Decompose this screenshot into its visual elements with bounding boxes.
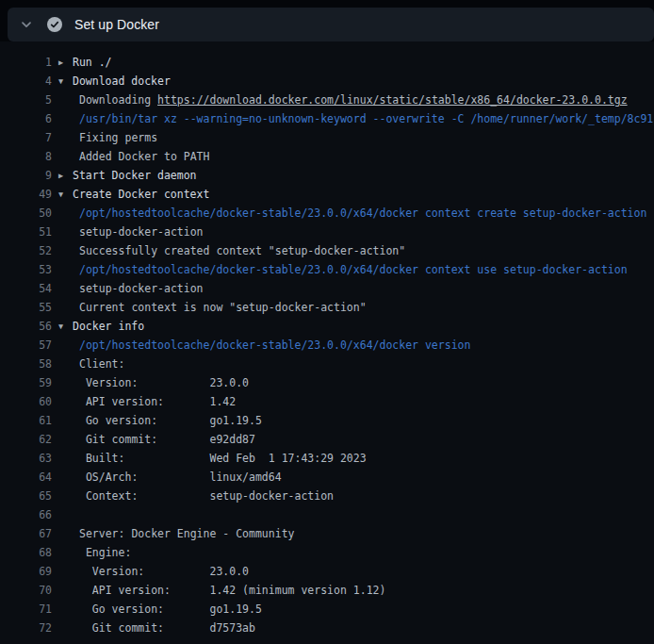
log-line: 8 Added Docker to PATH bbox=[0, 147, 654, 166]
step-header[interactable]: Set up Docker bbox=[8, 8, 654, 41]
log-line: 1 ▶Run ./ bbox=[0, 53, 654, 72]
log-line-content: Downloading https://download.docker.com/… bbox=[79, 91, 628, 109]
log-text: API version: 1.42 (minimum version 1.12) bbox=[79, 581, 385, 600]
log-line: 53 /opt/hostedtoolcache/docker-stable/23… bbox=[0, 260, 654, 279]
log-text: Go version: go1.19.5 bbox=[79, 411, 262, 430]
line-number-link[interactable]: 69 bbox=[0, 562, 52, 581]
log-line: 69 Version: 23.0.0 bbox=[0, 562, 654, 581]
chevron-down-icon: ▼ bbox=[58, 317, 73, 336]
line-number-link[interactable]: 49 bbox=[0, 185, 52, 204]
line-number-link[interactable]: 64 bbox=[0, 468, 52, 487]
download-url-link[interactable]: https://download.docker.com/linux/static… bbox=[157, 93, 628, 107]
log-group-toggle[interactable]: ▶Run ./ bbox=[58, 53, 112, 72]
line-number-link[interactable]: 52 bbox=[0, 241, 52, 260]
log-text: Added Docker to PATH bbox=[79, 147, 209, 166]
check-circle-icon bbox=[47, 17, 62, 32]
log-text: Git commit: d7573ab bbox=[79, 619, 255, 637]
log-text: OS/Arch: linux/amd64 bbox=[79, 468, 282, 487]
log-group-toggle[interactable]: ▶Start Docker daemon bbox=[58, 166, 197, 185]
log-line: 5 Downloading https://download.docker.co… bbox=[0, 91, 654, 109]
chevron-down-icon: ▼ bbox=[58, 185, 73, 204]
log-line: 6 /usr/bin/tar xz --warning=no-unknown-k… bbox=[0, 109, 654, 128]
chevron-down-icon: ▼ bbox=[58, 72, 73, 91]
chevron-right-icon: ▶ bbox=[58, 53, 73, 72]
line-number-link[interactable]: 51 bbox=[0, 223, 52, 241]
line-number-link[interactable]: 72 bbox=[0, 619, 52, 637]
log-text: Downloading bbox=[79, 93, 157, 107]
log-text: Current context is now "setup-docker-act… bbox=[79, 298, 367, 317]
group-title: Download docker bbox=[73, 74, 171, 88]
line-number-link[interactable]: 55 bbox=[0, 298, 52, 317]
log-text: Client: bbox=[79, 355, 124, 373]
log-text: Version: 23.0.0 bbox=[79, 562, 249, 581]
line-number-link[interactable]: 9 bbox=[0, 166, 52, 185]
line-number-link[interactable]: 50 bbox=[0, 204, 52, 223]
log-line: 67 Server: Docker Engine - Community bbox=[0, 524, 654, 543]
line-number-link[interactable]: 58 bbox=[0, 355, 52, 373]
line-number-link[interactable]: 67 bbox=[0, 524, 52, 543]
command-text: /opt/hostedtoolcache/docker-stable/23.0.… bbox=[79, 263, 628, 276]
log-line: 70 API version: 1.42 (minimum version 1.… bbox=[0, 581, 654, 600]
log-line: 71 Go version: go1.19.5 bbox=[0, 600, 654, 619]
log-text: Context: setup-docker-action bbox=[79, 487, 334, 505]
line-number-link[interactable]: 71 bbox=[0, 600, 52, 619]
line-number-link[interactable]: 5 bbox=[0, 91, 52, 109]
log-line: 59 Version: 23.0.0 bbox=[0, 373, 654, 392]
line-number-link[interactable]: 63 bbox=[0, 449, 52, 468]
line-number-link[interactable]: 4 bbox=[0, 72, 52, 91]
log-text: API version: 1.42 bbox=[79, 392, 236, 411]
log-line-content: /opt/hostedtoolcache/docker-stable/23.0.… bbox=[79, 204, 646, 223]
log-line: 61 Go version: go1.19.5 bbox=[0, 411, 654, 430]
log-group-toggle[interactable]: ▼Docker info bbox=[58, 317, 144, 336]
log-line: 51 setup-docker-action bbox=[0, 223, 654, 241]
line-number-link[interactable]: 66 bbox=[0, 505, 52, 524]
log-line: 62 Git commit: e92dd87 bbox=[0, 430, 654, 449]
log-group-toggle[interactable]: ▼Create Docker context bbox=[58, 185, 209, 204]
log-line: 7 Fixing perms bbox=[0, 128, 654, 147]
chevron-right-icon: ▶ bbox=[58, 166, 73, 185]
command-text: /opt/hostedtoolcache/docker-stable/23.0.… bbox=[79, 339, 470, 352]
line-number-link[interactable]: 70 bbox=[0, 581, 52, 600]
log-text: Successfully created context "setup-dock… bbox=[79, 241, 405, 260]
log-text: Version: 23.0.0 bbox=[79, 373, 249, 392]
line-number-link[interactable]: 60 bbox=[0, 392, 52, 411]
group-title: Run ./ bbox=[73, 56, 112, 69]
line-number-link[interactable]: 65 bbox=[0, 487, 52, 505]
line-number-link[interactable]: 56 bbox=[0, 317, 52, 336]
log-line: 58 Client: bbox=[0, 355, 654, 373]
line-number-link[interactable]: 6 bbox=[0, 109, 52, 128]
log-line: 60 API version: 1.42 bbox=[0, 392, 654, 411]
log-text: Git commit: e92dd87 bbox=[79, 430, 255, 449]
log-line: 50 /opt/hostedtoolcache/docker-stable/23… bbox=[0, 204, 654, 223]
log-line-content: /opt/hostedtoolcache/docker-stable/23.0.… bbox=[79, 336, 470, 355]
group-title: Docker info bbox=[73, 320, 144, 333]
line-number-link[interactable]: 62 bbox=[0, 430, 52, 449]
group-title: Create Docker context bbox=[73, 188, 209, 201]
chevron-down-icon[interactable] bbox=[19, 17, 34, 32]
log-text: Server: Docker Engine - Community bbox=[79, 524, 294, 543]
line-number-link[interactable]: 1 bbox=[0, 53, 52, 72]
line-number-link[interactable]: 54 bbox=[0, 279, 52, 298]
log-area: 1 ▶Run ./ 4 ▼Download docker 5 Downloadi… bbox=[0, 41, 654, 644]
line-number-link[interactable]: 61 bbox=[0, 411, 52, 430]
line-number-link[interactable]: 7 bbox=[0, 128, 52, 147]
log-line: 56 ▼Docker info bbox=[0, 317, 654, 336]
log-line-content: /usr/bin/tar xz --warning=no-unknown-key… bbox=[79, 109, 653, 128]
log-line: 52 Successfully created context "setup-d… bbox=[0, 241, 654, 260]
log-line: 63 Built: Wed Feb 1 17:43:29 2023 bbox=[0, 449, 654, 468]
line-number-link[interactable]: 68 bbox=[0, 543, 52, 562]
line-number-link[interactable]: 57 bbox=[0, 336, 52, 355]
log-group-toggle[interactable]: ▼Download docker bbox=[58, 72, 171, 91]
line-number-link[interactable]: 59 bbox=[0, 373, 52, 392]
command-text: /usr/bin/tar xz --warning=no-unknown-key… bbox=[79, 112, 653, 125]
step-title: Set up Docker bbox=[74, 17, 159, 32]
log-text: setup-docker-action bbox=[79, 279, 204, 298]
line-number-link[interactable]: 53 bbox=[0, 260, 52, 279]
log-line: 49 ▼Create Docker context bbox=[0, 185, 654, 204]
log-line: 66 bbox=[0, 505, 654, 524]
log-line: 57 /opt/hostedtoolcache/docker-stable/23… bbox=[0, 336, 654, 355]
log-text: Go version: go1.19.5 bbox=[79, 600, 262, 619]
log-line: 68 Engine: bbox=[0, 543, 654, 562]
line-number-link[interactable]: 8 bbox=[0, 147, 52, 166]
log-text: Built: Wed Feb 1 17:43:29 2023 bbox=[79, 449, 367, 468]
